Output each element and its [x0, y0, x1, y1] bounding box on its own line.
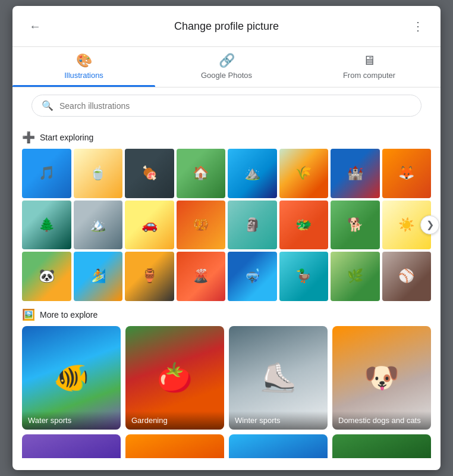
modal-title: Change profile picture: [174, 20, 279, 33]
list-item[interactable]: 🚗: [125, 201, 174, 250]
explore-card-label: Winter sports: [229, 411, 328, 430]
list-item[interactable]: 🌲: [22, 201, 71, 250]
list-item[interactable]: 🍵: [74, 149, 123, 198]
list-item[interactable]: 🦊: [382, 149, 432, 198]
list-item[interactable]: 🏔️: [74, 201, 123, 250]
start-exploring-label: ➕ Start exploring: [22, 124, 431, 149]
grid-icon: 🖼️: [22, 308, 35, 321]
modal-header: ← Change profile picture ⋮: [12, 6, 441, 47]
tab-google-photos[interactable]: 🔗 Google Photos: [155, 47, 298, 87]
google-photos-icon: 🔗: [219, 54, 235, 67]
computer-icon: 🖥: [363, 54, 376, 67]
explore-card-winter-sports[interactable]: ⛸️ Winter sports: [229, 326, 328, 430]
partial-explore-row: [22, 434, 431, 458]
explore-card-label: Domestic dogs and cats: [332, 411, 431, 430]
tab-from-computer[interactable]: 🖥 From computer: [298, 47, 441, 87]
list-item[interactable]: [332, 434, 431, 458]
tab-from-computer-label: From computer: [343, 71, 395, 80]
list-item[interactable]: 🏺: [125, 252, 174, 301]
list-item[interactable]: 🌾: [279, 149, 329, 198]
list-item[interactable]: 🏄: [74, 252, 123, 301]
illustrations-icon: 🎨: [76, 54, 92, 67]
back-button[interactable]: ←: [24, 15, 46, 37]
more-options-button[interactable]: ⋮: [407, 15, 429, 37]
more-to-explore-text: More to explore: [40, 310, 97, 320]
search-bar: 🔍: [32, 95, 421, 117]
expand-icon: ➕: [22, 131, 35, 144]
list-item[interactable]: 🤿: [228, 252, 277, 301]
tab-google-photos-label: Google Photos: [201, 71, 252, 80]
illustration-grid: 🎵 🍵 🍖 🏠 ⛰️ 🌾 🏰 🦊 🌲 🏔️ 🚗 🥨 🗿 🐲 🐕 ☀️ 🐼: [22, 149, 431, 301]
tab-illustrations-label: Illustrations: [64, 71, 103, 80]
list-item[interactable]: 🗿: [228, 201, 277, 250]
list-item[interactable]: 🐼: [22, 252, 71, 301]
search-icon: 🔍: [42, 100, 54, 111]
list-item[interactable]: 🏰: [331, 149, 380, 198]
explore-card-dogs-cats[interactable]: 🐶 Domestic dogs and cats: [332, 326, 431, 430]
explore-card-label: Gardening: [125, 411, 224, 430]
search-input[interactable]: [59, 101, 411, 111]
explore-card-label: Water sports: [22, 411, 121, 430]
list-item[interactable]: 🐲: [279, 201, 329, 250]
explore-card-water-sports[interactable]: 🐠 Water sports: [22, 326, 121, 430]
start-exploring-text: Start exploring: [40, 133, 93, 142]
explore-cards-grid: 🐠 Water sports 🍅 Gardening ⛸️ Winter spo…: [22, 326, 431, 430]
list-item[interactable]: 🌿: [331, 252, 380, 301]
modal-overlay: ← Change profile picture ⋮ 🎨 Illustratio…: [0, 0, 453, 476]
list-item[interactable]: [22, 434, 121, 458]
list-item[interactable]: [125, 434, 224, 458]
tab-illustrations[interactable]: 🎨 Illustrations: [12, 47, 155, 87]
more-to-explore-label: 🖼️ More to explore: [22, 301, 431, 326]
list-item[interactable]: ⛰️: [228, 149, 277, 198]
list-item[interactable]: 🦆: [279, 252, 329, 301]
list-item[interactable]: [229, 434, 328, 458]
list-item[interactable]: 🐕: [331, 201, 380, 250]
list-item[interactable]: 🌋: [177, 252, 226, 301]
list-item[interactable]: ⚾: [382, 252, 432, 301]
list-item[interactable]: 🎵: [22, 149, 71, 198]
list-item[interactable]: 🍖: [125, 149, 174, 198]
tab-bar: 🎨 Illustrations 🔗 Google Photos 🖥 From c…: [12, 47, 441, 87]
next-page-button[interactable]: ❯: [420, 215, 439, 234]
list-item[interactable]: 🥨: [177, 201, 226, 250]
explore-card-gardening[interactable]: 🍅 Gardening: [125, 326, 224, 430]
search-input-wrapper: 🔍: [32, 95, 421, 117]
modal-content: 🔍 ➕ Start exploring 🎵 🍵 🍖 🏠 ⛰️ 🌾 🏰 🦊: [12, 87, 441, 470]
profile-picture-modal: ← Change profile picture ⋮ 🎨 Illustratio…: [12, 6, 441, 470]
list-item[interactable]: 🏠: [177, 149, 226, 198]
